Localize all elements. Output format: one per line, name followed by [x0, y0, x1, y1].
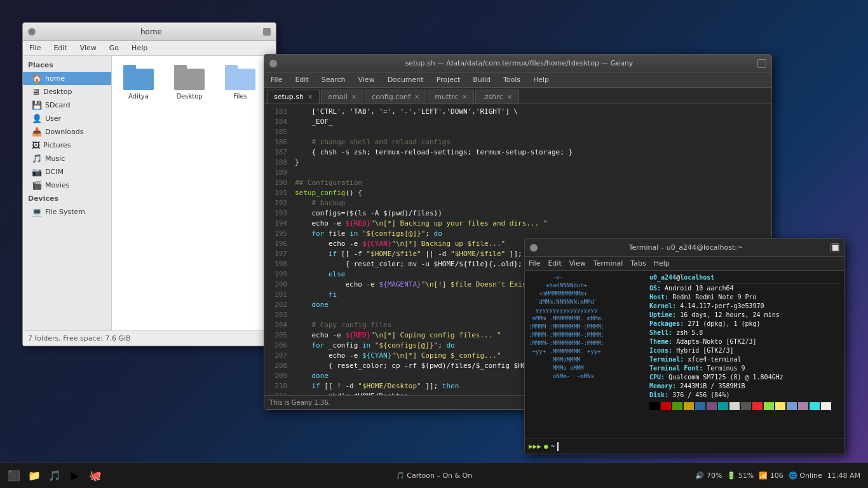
taskbar-code-icon[interactable]: 🐙 [86, 467, 104, 485]
sidebar-downloads-label: Downloads [45, 128, 83, 136]
tab-config-conf[interactable]: config.conf ✕ [365, 90, 426, 104]
file-manager-close-btn[interactable]: ✕ [28, 28, 36, 36]
geany-tabs: setup.sh ✕ email ✕ config.conf ✕ muttrc … [264, 88, 771, 104]
devices-section-label: Devices [23, 192, 111, 205]
tab-setup-sh-close[interactable]: ✕ [308, 93, 313, 100]
taskbar-terminal-icon[interactable]: ⬛ [5, 467, 23, 485]
geany-menu-tools[interactable]: Tools [501, 74, 523, 85]
file-manager-main: Aditya Desktop Files [112, 56, 276, 330]
folder-icon-desktop [174, 65, 205, 90]
geany-menu-build[interactable]: Build [470, 74, 493, 85]
tab-email[interactable]: email ✕ [321, 90, 363, 104]
prompt-tilde: ~ [551, 442, 555, 451]
file-label-files: Files [233, 93, 247, 100]
folder-icon-files [225, 65, 255, 90]
term-menu-help[interactable]: Help [654, 259, 670, 268]
prompt-arrows: ▶▶▶ [529, 442, 541, 451]
tab-email-label: email [328, 93, 347, 101]
music-icon: 🎵 [32, 154, 42, 163]
geany-close-btn[interactable] [269, 60, 277, 67]
terminal-title: Terminal – u0_a244@localhost:~ [541, 243, 831, 252]
file-manager-body: Places 🏠 home 🖥 Desktop 💾 SDcard 👤 User … [23, 56, 276, 330]
file-manager-title: home [39, 27, 263, 36]
tab-email-close[interactable]: ✕ [351, 93, 356, 100]
home-icon: 🏠 [32, 74, 42, 83]
terminal-close-btn[interactable] [530, 244, 538, 252]
fm-menu-help[interactable]: Help [129, 43, 150, 53]
movies-icon: 🎬 [32, 180, 42, 190]
sidebar-item-dcim[interactable]: 📷 DCIM [23, 165, 111, 179]
geany-menu-file[interactable]: File [268, 74, 285, 85]
terminal-body[interactable]: -o- +hwdNNNNduh+ +mMMMMMMMMMMm+ `dMMm:NN… [525, 271, 844, 438]
tab-zshrc[interactable]: .zshrc ✕ [475, 90, 519, 104]
prompt-dot: ● [544, 442, 548, 451]
sidebar-home-label: home [45, 74, 65, 83]
online-indicator: 🌐 Online [789, 471, 822, 480]
geany-menu-search[interactable]: Search [319, 74, 348, 85]
cursor [557, 442, 559, 451]
geany-menu-edit[interactable]: Edit [292, 74, 311, 85]
sidebar-filesystem-label: File System [45, 208, 85, 216]
tab-zshrc-close[interactable]: ✕ [507, 93, 512, 100]
sidebar-item-pictures[interactable]: 🖼 Pictures [23, 139, 111, 152]
geany-title: setup.sh — /data/data/com.termux/files/h… [281, 59, 757, 67]
file-manager-max-btn[interactable] [263, 28, 271, 36]
volume-indicator[interactable]: 🔊 70% [695, 471, 722, 480]
terminal-menubar: File Edit View Terminal Tabs Help [525, 257, 844, 271]
sidebar-item-sdcard[interactable]: 💾 SDcard [23, 98, 111, 112]
sidebar-item-music[interactable]: 🎵 Music [23, 152, 111, 165]
clock: 11:48 AM [827, 471, 860, 480]
pictures-icon: 🖼 [32, 140, 40, 150]
battery-indicator: 🔋 51% [727, 471, 754, 480]
geany-menu-help[interactable]: Help [531, 74, 552, 85]
term-menu-tabs[interactable]: Tabs [630, 259, 646, 268]
term-menu-file[interactable]: File [529, 259, 540, 268]
geany-menu-view[interactable]: View [356, 74, 377, 85]
term-menu-terminal[interactable]: Terminal [593, 259, 623, 268]
sidebar-pictures-label: Pictures [43, 141, 71, 149]
sidebar-item-downloads[interactable]: 📥 Downloads [23, 125, 111, 139]
taskbar-music-icon[interactable]: 🎵 [46, 467, 64, 485]
tab-muttrc-label: muttrc [435, 93, 458, 101]
fm-menu-go[interactable]: Go [107, 43, 121, 53]
taskbar-video-icon[interactable]: ▶ [66, 467, 84, 485]
sidebar-dcim-label: DCIM [45, 168, 64, 176]
tab-setup-sh[interactable]: setup.sh ✕ [267, 90, 320, 104]
tab-zshrc-label: .zshrc [482, 93, 503, 101]
file-label-aditya: Aditya [128, 93, 149, 100]
fm-menu-view[interactable]: View [78, 43, 99, 53]
file-item-aditya[interactable]: Aditya [118, 62, 159, 102]
sidebar-user-label: User [45, 114, 61, 123]
file-manager-window: ✕ home File Edit View Go Help Places 🏠 h… [22, 22, 276, 346]
file-item-desktop[interactable]: Desktop [169, 62, 210, 102]
file-manager-sidebar: Places 🏠 home 🖥 Desktop 💾 SDcard 👤 User … [23, 56, 112, 330]
sidebar-item-filesystem[interactable]: 💻 File System [23, 205, 111, 219]
taskbar-files-icon[interactable]: 📁 [25, 467, 43, 485]
sidebar-item-user[interactable]: 👤 User [23, 112, 111, 125]
sdcard-icon: 💾 [32, 100, 42, 110]
tab-config-conf-close[interactable]: ✕ [414, 93, 419, 100]
geany-menu-document[interactable]: Document [385, 74, 426, 85]
geany-titlebar: setup.sh — /data/data/com.termux/files/h… [264, 55, 771, 72]
filesystem-icon: 💻 [32, 207, 42, 217]
tab-muttrc-close[interactable]: ✕ [462, 93, 467, 100]
sidebar-desktop-label: Desktop [43, 88, 72, 96]
terminal-prompt[interactable]: ▶▶▶ ● ~ [525, 438, 844, 454]
term-menu-edit[interactable]: Edit [548, 259, 561, 268]
user-icon: 👤 [32, 114, 42, 123]
terminal-titlebar: Terminal – u0_a244@localhost:~ ⬜ [525, 239, 844, 257]
sidebar-item-desktop[interactable]: 🖥 Desktop [23, 85, 111, 98]
tab-muttrc[interactable]: muttrc ✕ [428, 90, 474, 104]
term-menu-view[interactable]: View [569, 259, 586, 268]
desktop-icon: 🖥 [32, 87, 40, 97]
sidebar-item-movies[interactable]: 🎬 Movies [23, 179, 111, 192]
sidebar-movies-label: Movies [45, 181, 69, 189]
geany-menu-project[interactable]: Project [434, 74, 463, 85]
network-indicator: 📶 106 [759, 471, 783, 480]
file-item-files[interactable]: Files [220, 62, 261, 102]
geany-max-btn[interactable] [757, 59, 766, 68]
terminal-max-btn[interactable]: ⬜ [831, 243, 839, 252]
fm-menu-file[interactable]: File [27, 43, 43, 53]
fm-menu-edit[interactable]: Edit [51, 43, 69, 53]
sidebar-item-home[interactable]: 🏠 home [23, 72, 111, 85]
